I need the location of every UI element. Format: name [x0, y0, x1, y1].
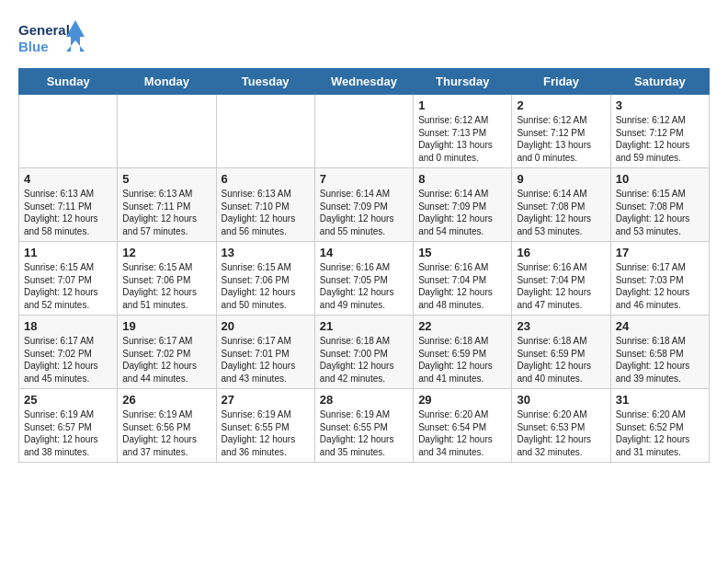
day-number: 9 [517, 172, 605, 186]
day-info: Sunrise: 6:20 AMSunset: 6:54 PMDaylight:… [418, 409, 493, 457]
day-info: Sunrise: 6:17 AMSunset: 7:03 PMDaylight:… [616, 262, 690, 310]
calendar-cell [19, 95, 118, 168]
calendar-cell: 28Sunrise: 6:19 AMSunset: 6:55 PMDayligh… [314, 389, 413, 463]
day-number: 31 [616, 393, 704, 407]
day-info: Sunrise: 6:16 AMSunset: 7:05 PMDaylight:… [320, 262, 394, 310]
calendar-cell: 1Sunrise: 6:12 AMSunset: 7:13 PMDaylight… [414, 95, 512, 168]
logo-svg: General Blue [18, 18, 92, 59]
day-info: Sunrise: 6:19 AMSunset: 6:57 PMDaylight:… [24, 409, 98, 457]
day-info: Sunrise: 6:13 AMSunset: 7:11 PMDaylight:… [122, 189, 197, 236]
calendar-cell: 27Sunrise: 6:19 AMSunset: 6:55 PMDayligh… [216, 389, 314, 463]
day-number: 29 [418, 393, 506, 407]
calendar-cell: 22Sunrise: 6:18 AMSunset: 6:59 PMDayligh… [414, 316, 512, 389]
day-number: 25 [24, 393, 112, 407]
calendar-cell [118, 95, 216, 168]
day-info: Sunrise: 6:16 AMSunset: 7:04 PMDaylight:… [517, 262, 591, 310]
day-info: Sunrise: 6:13 AMSunset: 7:10 PMDaylight:… [222, 189, 296, 236]
day-info: Sunrise: 6:12 AMSunset: 7:13 PMDaylight:… [418, 115, 493, 163]
day-info: Sunrise: 6:17 AMSunset: 7:02 PMDaylight:… [122, 336, 197, 384]
day-info: Sunrise: 6:15 AMSunset: 7:06 PMDaylight:… [122, 262, 197, 310]
calendar-cell: 31Sunrise: 6:20 AMSunset: 6:52 PMDayligh… [610, 389, 709, 463]
day-number: 23 [517, 319, 605, 333]
day-info: Sunrise: 6:15 AMSunset: 7:08 PMDaylight:… [616, 189, 690, 236]
logo: General Blue [18, 18, 92, 59]
day-number: 19 [122, 319, 210, 333]
calendar-cell [216, 95, 314, 168]
calendar-cell: 23Sunrise: 6:18 AMSunset: 6:59 PMDayligh… [512, 316, 610, 389]
day-info: Sunrise: 6:19 AMSunset: 6:55 PMDaylight:… [222, 409, 296, 457]
day-number: 24 [616, 319, 704, 333]
calendar-cell: 15Sunrise: 6:16 AMSunset: 7:04 PMDayligh… [414, 242, 512, 316]
week-row-4: 18Sunrise: 6:17 AMSunset: 7:02 PMDayligh… [19, 316, 710, 389]
calendar-cell: 2Sunrise: 6:12 AMSunset: 7:12 PMDaylight… [512, 95, 610, 168]
calendar-cell: 26Sunrise: 6:19 AMSunset: 6:56 PMDayligh… [118, 389, 216, 463]
day-info: Sunrise: 6:15 AMSunset: 7:07 PMDaylight:… [24, 262, 98, 310]
day-info: Sunrise: 6:20 AMSunset: 6:53 PMDaylight:… [517, 409, 591, 457]
day-number: 27 [222, 393, 310, 407]
calendar-cell: 4Sunrise: 6:13 AMSunset: 7:11 PMDaylight… [19, 168, 118, 242]
week-row-1: 1Sunrise: 6:12 AMSunset: 7:13 PMDaylight… [19, 95, 710, 168]
day-header-wednesday: Wednesday [314, 69, 413, 95]
day-info: Sunrise: 6:20 AMSunset: 6:52 PMDaylight:… [616, 409, 690, 457]
calendar-cell: 30Sunrise: 6:20 AMSunset: 6:53 PMDayligh… [512, 389, 610, 463]
day-number: 20 [222, 319, 310, 333]
week-row-2: 4Sunrise: 6:13 AMSunset: 7:11 PMDaylight… [19, 168, 710, 242]
calendar-cell: 13Sunrise: 6:15 AMSunset: 7:06 PMDayligh… [216, 242, 314, 316]
day-number: 15 [418, 246, 506, 259]
day-number: 14 [320, 246, 408, 259]
day-info: Sunrise: 6:18 AMSunset: 6:59 PMDaylight:… [418, 336, 493, 384]
day-number: 4 [24, 172, 112, 186]
calendar-cell: 24Sunrise: 6:18 AMSunset: 6:58 PMDayligh… [610, 316, 709, 389]
day-number: 6 [222, 172, 310, 186]
calendar-cell: 8Sunrise: 6:14 AMSunset: 7:09 PMDaylight… [414, 168, 512, 242]
day-header-saturday: Saturday [610, 69, 709, 95]
day-info: Sunrise: 6:14 AMSunset: 7:08 PMDaylight:… [517, 189, 591, 236]
day-header-monday: Monday [118, 69, 216, 95]
calendar-cell: 6Sunrise: 6:13 AMSunset: 7:10 PMDaylight… [216, 168, 314, 242]
day-info: Sunrise: 6:16 AMSunset: 7:04 PMDaylight:… [418, 262, 493, 310]
day-info: Sunrise: 6:15 AMSunset: 7:06 PMDaylight:… [222, 262, 296, 310]
day-info: Sunrise: 6:18 AMSunset: 7:00 PMDaylight:… [320, 336, 394, 384]
calendar-cell: 9Sunrise: 6:14 AMSunset: 7:08 PMDaylight… [512, 168, 610, 242]
svg-text:Blue: Blue [18, 39, 49, 54]
calendar-body: 1Sunrise: 6:12 AMSunset: 7:13 PMDaylight… [19, 95, 710, 463]
svg-text:General: General [18, 22, 70, 38]
calendar-cell: 18Sunrise: 6:17 AMSunset: 7:02 PMDayligh… [19, 316, 118, 389]
calendar-cell: 16Sunrise: 6:16 AMSunset: 7:04 PMDayligh… [512, 242, 610, 316]
day-number: 3 [616, 98, 704, 112]
calendar-cell: 7Sunrise: 6:14 AMSunset: 7:09 PMDaylight… [314, 168, 413, 242]
calendar-cell: 10Sunrise: 6:15 AMSunset: 7:08 PMDayligh… [610, 168, 709, 242]
day-number: 2 [517, 98, 605, 112]
day-number: 5 [122, 172, 210, 186]
calendar-table: SundayMondayTuesdayWednesdayThursdayFrid… [18, 68, 710, 463]
calendar-cell: 3Sunrise: 6:12 AMSunset: 7:12 PMDaylight… [610, 95, 709, 168]
day-header-tuesday: Tuesday [216, 69, 314, 95]
day-number: 22 [418, 319, 506, 333]
calendar-cell: 12Sunrise: 6:15 AMSunset: 7:06 PMDayligh… [118, 242, 216, 316]
day-number: 7 [320, 172, 408, 186]
day-info: Sunrise: 6:13 AMSunset: 7:11 PMDaylight:… [24, 189, 98, 236]
calendar-cell: 11Sunrise: 6:15 AMSunset: 7:07 PMDayligh… [19, 242, 118, 316]
calendar-cell: 20Sunrise: 6:17 AMSunset: 7:01 PMDayligh… [216, 316, 314, 389]
calendar-cell: 5Sunrise: 6:13 AMSunset: 7:11 PMDaylight… [118, 168, 216, 242]
week-row-3: 11Sunrise: 6:15 AMSunset: 7:07 PMDayligh… [19, 242, 710, 316]
day-number: 17 [616, 246, 704, 259]
day-info: Sunrise: 6:18 AMSunset: 6:59 PMDaylight:… [517, 336, 591, 384]
calendar-cell: 14Sunrise: 6:16 AMSunset: 7:05 PMDayligh… [314, 242, 413, 316]
day-info: Sunrise: 6:17 AMSunset: 7:02 PMDaylight:… [24, 336, 98, 384]
day-number: 12 [122, 246, 210, 259]
day-number: 13 [222, 246, 310, 259]
day-number: 11 [24, 246, 112, 259]
day-info: Sunrise: 6:14 AMSunset: 7:09 PMDaylight:… [418, 189, 493, 236]
day-info: Sunrise: 6:17 AMSunset: 7:01 PMDaylight:… [222, 336, 296, 384]
day-info: Sunrise: 6:19 AMSunset: 6:55 PMDaylight:… [320, 409, 394, 457]
day-info: Sunrise: 6:14 AMSunset: 7:09 PMDaylight:… [320, 189, 394, 236]
day-header-friday: Friday [512, 69, 610, 95]
calendar-cell: 21Sunrise: 6:18 AMSunset: 7:00 PMDayligh… [314, 316, 413, 389]
day-info: Sunrise: 6:18 AMSunset: 6:58 PMDaylight:… [616, 336, 690, 384]
calendar-cell: 25Sunrise: 6:19 AMSunset: 6:57 PMDayligh… [19, 389, 118, 463]
days-header-row: SundayMondayTuesdayWednesdayThursdayFrid… [19, 69, 710, 95]
calendar-cell: 19Sunrise: 6:17 AMSunset: 7:02 PMDayligh… [118, 316, 216, 389]
week-row-5: 25Sunrise: 6:19 AMSunset: 6:57 PMDayligh… [19, 389, 710, 463]
day-header-thursday: Thursday [414, 69, 512, 95]
